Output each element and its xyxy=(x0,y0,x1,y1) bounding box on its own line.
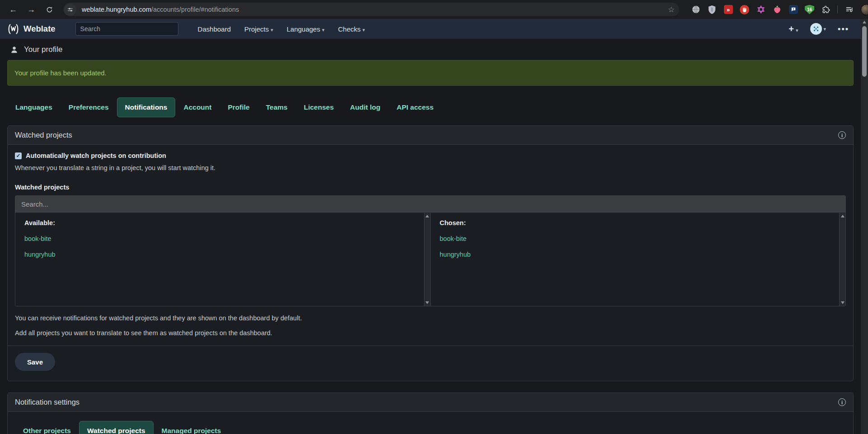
url-path: /accounts/profile/#notifications xyxy=(151,6,239,13)
brand-link[interactable]: Weblate xyxy=(7,23,56,35)
strawberry-extension-button[interactable] xyxy=(772,5,782,14)
puzzle-icon xyxy=(821,5,830,14)
available-pane: Available: book-bite hungryhub xyxy=(15,213,430,306)
autowatch-row: ✓ Automatically watch projects on contri… xyxy=(15,152,846,159)
back-icon: ← xyxy=(9,5,17,14)
chosen-item-hungryhub[interactable]: hungryhub xyxy=(440,251,831,258)
chosen-pane: Chosen: book-bite hungryhub xyxy=(430,213,846,306)
tab-managed-projects[interactable]: Managed projects xyxy=(154,421,229,434)
watched-panel-footer: Save xyxy=(8,346,853,374)
nav-dashboard[interactable]: Dashboard xyxy=(191,25,238,33)
scroll-up-icon[interactable] xyxy=(841,215,845,217)
site-info-button[interactable] xyxy=(64,4,76,16)
tab-languages[interactable]: Languages xyxy=(7,97,61,117)
shield-icon xyxy=(708,5,716,14)
dual-select-body: Available: book-bite hungryhub C xyxy=(15,213,845,306)
user-avatar xyxy=(810,23,822,35)
watched-help-2: Add all projects you want to translate t… xyxy=(15,329,846,337)
nav-checks[interactable]: Checks▾ xyxy=(331,25,372,33)
page-title: Your profile xyxy=(7,45,854,54)
caret-down-icon: ▾ xyxy=(824,26,826,32)
autowatch-help: Whenever you translate a string in a pro… xyxy=(15,164,846,171)
autowatch-label[interactable]: Automatically watch projects on contribu… xyxy=(26,152,166,159)
more-menu-button[interactable]: ••• xyxy=(838,24,849,34)
notification-panel-header: Notification settings i xyxy=(8,393,853,412)
tab-account[interactable]: Account xyxy=(175,97,219,117)
shield-extension-button[interactable] xyxy=(707,5,717,14)
chosen-label: Chosen: xyxy=(440,219,831,226)
hand-icon xyxy=(740,5,749,14)
address-bar[interactable]: weblate.hungryhub.com/accounts/profile/#… xyxy=(63,3,679,16)
chevrons-icon: » xyxy=(724,5,733,14)
watched-panel-header: Watched projects i xyxy=(8,126,853,145)
browser-forward-button[interactable]: → xyxy=(24,3,38,16)
browser-back-button[interactable]: ← xyxy=(6,3,20,16)
reload-icon xyxy=(46,6,53,14)
browser-reload-button[interactable] xyxy=(42,3,56,16)
tab-notifications[interactable]: Notifications xyxy=(117,97,176,117)
watched-projects-panel: Watched projects i ✓ Automatically watch… xyxy=(7,125,854,381)
info-button[interactable]: i xyxy=(838,131,846,139)
caret-down-icon: ▾ xyxy=(271,27,273,32)
project-filter-input[interactable] xyxy=(15,196,845,213)
page-scrollbar[interactable] xyxy=(861,19,868,434)
available-item-hungryhub[interactable]: hungryhub xyxy=(24,251,415,258)
hexagram-extension-button[interactable] xyxy=(756,5,765,14)
caret-down-icon: ▾ xyxy=(322,27,325,32)
watched-panel-body: ✓ Automatically watch projects on contri… xyxy=(8,145,853,381)
tab-licenses[interactable]: Licenses xyxy=(296,97,342,117)
fast-forward-extension-button[interactable]: » xyxy=(723,5,733,14)
tab-audit-log[interactable]: Audit log xyxy=(342,97,388,117)
chat-extension-button[interactable] xyxy=(789,5,798,14)
nav-languages[interactable]: Languages▾ xyxy=(280,25,331,33)
info-button[interactable]: i xyxy=(838,398,846,406)
autowatch-checkbox[interactable]: ✓ xyxy=(15,152,22,159)
available-label: Available: xyxy=(24,219,415,226)
bookmark-star-button[interactable]: ☆ xyxy=(668,5,675,14)
profile-tabs: Languages Preferences Notifications Acco… xyxy=(7,97,854,117)
shield-16-extension-button[interactable]: 16 xyxy=(805,5,814,14)
application-window: ← → weblate.hungryhub.com/accounts/profi… xyxy=(0,0,868,434)
scroll-up-icon[interactable] xyxy=(425,215,429,217)
tab-list-icon xyxy=(845,5,854,14)
page-content: Your profile Your profile has been updat… xyxy=(0,45,861,434)
strawberry-icon xyxy=(773,5,782,14)
weblate-navbar: Weblate Dashboard Projects▾ Languages▾ C… xyxy=(0,19,868,39)
user-menu-button[interactable]: ▾ xyxy=(810,23,826,35)
save-button[interactable]: Save xyxy=(15,353,55,371)
nav-projects[interactable]: Projects▾ xyxy=(238,25,280,33)
scrollbar-thumb[interactable] xyxy=(862,26,867,77)
info-icon: i xyxy=(841,133,843,138)
available-item-book-bite[interactable]: book-bite xyxy=(24,235,415,242)
tab-teams[interactable]: Teams xyxy=(258,97,296,117)
tab-profile[interactable]: Profile xyxy=(219,97,257,117)
scrollbar-up-arrow[interactable] xyxy=(863,21,866,23)
chosen-item-book-bite[interactable]: book-bite xyxy=(440,235,831,242)
caret-down-icon: ▾ xyxy=(363,27,365,32)
globe-extension-button[interactable] xyxy=(691,5,700,14)
notification-tabs: Other projects Watched projects Managed … xyxy=(15,421,846,434)
plus-icon: + xyxy=(789,24,794,34)
url-text: weblate.hungryhub.com/accounts/profile/#… xyxy=(82,6,664,13)
scroll-down-icon[interactable] xyxy=(425,301,429,304)
scroll-down-icon[interactable] xyxy=(841,301,845,304)
brand-name: Weblate xyxy=(23,24,56,34)
project-dual-select: Available: book-bite hungryhub C xyxy=(15,195,846,306)
add-menu-button[interactable]: +▾ xyxy=(789,24,798,34)
tab-watched-projects[interactable]: Watched projects xyxy=(79,421,154,434)
chat-bubble-icon xyxy=(789,5,798,14)
available-pane-scrollbar[interactable] xyxy=(424,213,430,306)
tab-list-button[interactable] xyxy=(845,5,854,14)
notification-settings-panel: Notification settings i Other projects W… xyxy=(7,392,854,434)
toolbar-separator xyxy=(837,5,838,14)
chosen-pane-scrollbar[interactable] xyxy=(839,213,845,306)
browser-profile-avatar[interactable] xyxy=(861,4,868,15)
tab-preferences[interactable]: Preferences xyxy=(61,97,117,117)
tab-api-access[interactable]: API access xyxy=(388,97,442,117)
tab-other-projects[interactable]: Other projects xyxy=(15,421,79,434)
navbar-search-input[interactable] xyxy=(75,22,178,36)
extensions-menu-button[interactable] xyxy=(821,5,831,14)
blocker-extension-button[interactable] xyxy=(740,5,749,14)
browser-toolbar: ← → weblate.hungryhub.com/accounts/profi… xyxy=(0,0,868,19)
person-icon xyxy=(10,46,19,54)
